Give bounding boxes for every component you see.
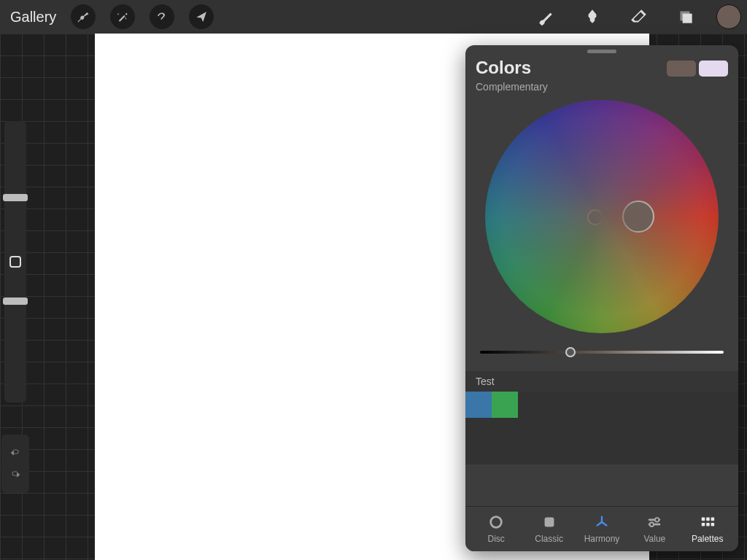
- panel-tabs: Disc Classic Harmony Value Palettes: [465, 506, 738, 551]
- disc-icon: [488, 514, 504, 530]
- tab-classic[interactable]: Classic: [527, 514, 571, 544]
- svg-rect-1: [544, 518, 554, 527]
- modify-button[interactable]: [4, 251, 26, 273]
- left-sidebar: [1, 121, 29, 402]
- wrench-icon[interactable]: [71, 4, 96, 29]
- tab-value-label: Value: [643, 534, 665, 544]
- secondary-swatch[interactable]: [699, 61, 728, 77]
- top-toolbar: Gallery: [0, 0, 747, 34]
- undo-icon[interactable]: [4, 443, 26, 462]
- share-icon[interactable]: [189, 4, 214, 29]
- panel-drag-handle[interactable]: [587, 50, 616, 53]
- opacity-thumb[interactable]: [3, 298, 28, 305]
- eraser-icon[interactable]: [626, 4, 652, 30]
- primary-swatch[interactable]: [667, 61, 696, 77]
- tab-harmony-label: Harmony: [584, 534, 620, 544]
- tab-palettes-label: Palettes: [692, 534, 723, 544]
- brush-size-thumb[interactable]: [3, 194, 28, 201]
- tab-classic-label: Classic: [535, 534, 563, 544]
- palette-section: Test: [465, 371, 738, 464]
- tab-disc-label: Disc: [488, 534, 505, 544]
- gallery-button[interactable]: Gallery: [10, 9, 56, 26]
- classic-icon: [541, 514, 557, 530]
- brightness-slider[interactable]: [480, 351, 724, 355]
- panel-subtitle: Complementary: [476, 81, 548, 93]
- panel-title: Colors: [476, 58, 548, 78]
- tab-palettes[interactable]: Palettes: [686, 514, 729, 544]
- harmony-color-wheel[interactable]: [485, 100, 719, 333]
- palette-color-2[interactable]: [492, 392, 518, 418]
- harmony-icon: [594, 514, 610, 530]
- brush-size-slider[interactable]: [4, 121, 26, 257]
- svg-point-5: [650, 522, 654, 526]
- svg-rect-7: [706, 518, 710, 521]
- current-color-chip[interactable]: [716, 4, 741, 29]
- svg-point-0: [491, 517, 502, 528]
- tab-value[interactable]: Value: [632, 514, 676, 544]
- opacity-slider[interactable]: [4, 267, 26, 402]
- palettes-icon: [700, 514, 716, 530]
- smudge-icon[interactable]: [579, 4, 605, 30]
- select-icon[interactable]: [150, 4, 174, 29]
- undo-redo-group: [1, 435, 29, 493]
- svg-rect-6: [702, 518, 705, 521]
- svg-rect-11: [711, 523, 714, 526]
- palette-color-1[interactable]: [465, 392, 492, 418]
- tab-disc[interactable]: Disc: [474, 514, 518, 544]
- brush-icon[interactable]: [533, 4, 559, 30]
- primary-picker[interactable]: [622, 201, 654, 233]
- palette-name-label[interactable]: Test: [465, 371, 738, 392]
- svg-point-4: [655, 518, 659, 522]
- wand-icon[interactable]: [110, 4, 135, 29]
- layers-icon[interactable]: [673, 4, 699, 30]
- tab-harmony[interactable]: Harmony: [580, 514, 624, 544]
- svg-rect-8: [711, 518, 714, 521]
- svg-rect-9: [702, 523, 705, 526]
- svg-rect-10: [706, 523, 710, 526]
- palette-row[interactable]: [465, 392, 738, 464]
- brightness-thumb[interactable]: [565, 347, 576, 357]
- redo-icon[interactable]: [4, 465, 26, 484]
- value-icon: [646, 514, 662, 530]
- colors-panel: Colors Complementary Test Disc: [465, 45, 738, 551]
- complementary-picker[interactable]: [587, 209, 603, 225]
